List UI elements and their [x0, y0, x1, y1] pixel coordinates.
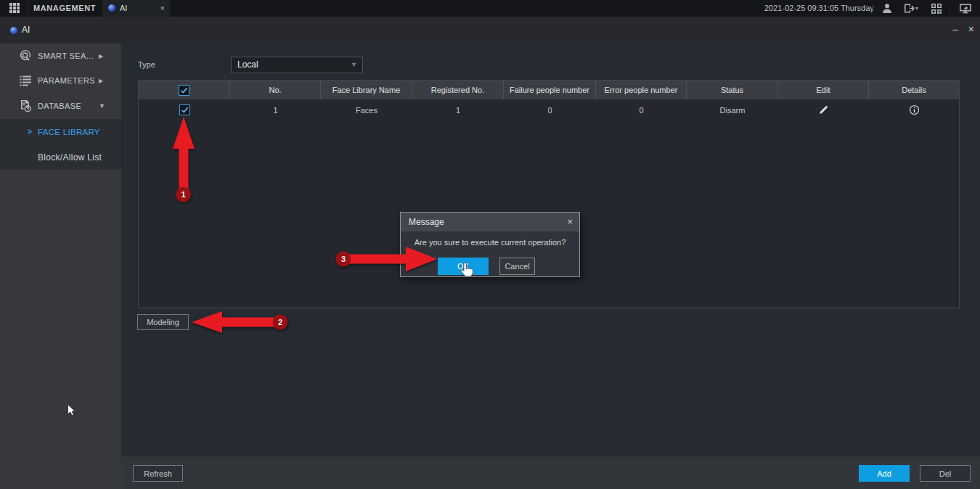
active-chevron-icon: >	[28, 119, 32, 144]
type-dropdown-value: Local	[237, 57, 258, 73]
select-all-checkbox[interactable]	[179, 85, 189, 96]
qr-code-icon[interactable]	[930, 2, 943, 15]
checkmark-icon	[179, 86, 189, 95]
annotation-arrow-2: 2	[192, 311, 288, 333]
system-clock: 2021-02-25 09:31:05 Thursday	[764, 0, 874, 17]
annotation-badge-2: 2	[278, 318, 282, 326]
dialog-message: Are you sure to execute current operatio…	[401, 238, 579, 247]
sidebar-item-smart-search[interactable]: SMART SEA... ▶	[0, 44, 121, 68]
cell-failure: 0	[504, 99, 596, 120]
separator	[873, 3, 873, 14]
app-window: MANAGEMENT AI × 2021-02-25 09:31:05 Thur…	[0, 0, 980, 489]
add-button[interactable]: Add	[859, 465, 910, 482]
del-button[interactable]: Del	[920, 465, 971, 482]
window-title: AI	[22, 17, 30, 44]
cancel-button[interactable]: Cancel	[499, 258, 535, 275]
sidebar-item-label: DATABASE	[38, 94, 81, 118]
minimize-button[interactable]: –	[952, 17, 958, 41]
checkmark-icon	[180, 105, 189, 115]
modeling-button[interactable]: Modeling	[137, 314, 189, 330]
apps-grid-icon[interactable]	[9, 3, 21, 14]
chevron-down-icon: ▼	[351, 57, 357, 73]
table-header-row: No. Face Library Name Registered No. Fai…	[139, 81, 959, 99]
tab-ai[interactable]: AI ×	[101, 0, 171, 17]
display-output-icon[interactable]	[958, 2, 973, 15]
type-label: Type	[138, 57, 155, 73]
sidebar-item-label: SMART SEA...	[38, 44, 94, 68]
row-checkbox[interactable]	[179, 104, 190, 115]
sidebar-item-block-allow-list[interactable]: Block/Allow List	[0, 144, 121, 170]
edit-pencil-icon[interactable]	[818, 104, 829, 115]
sidebar-subitem-label: Block/Allow List	[38, 144, 102, 170]
user-icon[interactable]	[881, 2, 894, 15]
column-header: No.	[230, 81, 321, 99]
column-header: Error people number	[596, 81, 687, 99]
column-header: Face Library Name	[321, 81, 412, 99]
table-row[interactable]: 1 Faces 1 0 0 Disarm	[139, 99, 959, 120]
separator	[28, 0, 28, 17]
separator	[950, 3, 950, 14]
select-all-header-cell	[139, 81, 230, 99]
sidebar: SMART SEA... ▶ PARAMETERS ▶	[0, 44, 121, 489]
ok-button[interactable]: OK	[438, 258, 489, 275]
sidebar-item-parameters[interactable]: PARAMETERS ▶	[0, 68, 121, 93]
collapse-arrow-icon: ▼	[99, 94, 105, 118]
window-title-bar: AI – ×	[0, 17, 980, 44]
logout-dropdown-caret-icon[interactable]: ▾	[915, 0, 918, 17]
tab-close-icon[interactable]: ×	[160, 0, 165, 17]
column-header: Details	[869, 81, 959, 99]
column-header: Registered No.	[412, 81, 504, 99]
refresh-button[interactable]: Refresh	[133, 465, 183, 482]
cell-name: Faces	[321, 99, 412, 120]
sidebar-item-database[interactable]: DATABASE ▼	[0, 94, 121, 118]
type-dropdown[interactable]: Local ▼	[231, 57, 363, 73]
dialog-title-bar: Message ×	[401, 213, 579, 231]
column-header: Failure people number	[504, 81, 596, 99]
sidebar-submenu: > FACE LIBRARY Block/Allow List	[0, 119, 121, 170]
column-header: Edit	[778, 81, 869, 99]
dialog-close-icon[interactable]: ×	[567, 213, 573, 231]
dialog-title: Message	[409, 213, 444, 231]
tab-ai-label: AI	[120, 0, 127, 17]
expand-arrow-icon: ▶	[99, 68, 103, 93]
sidebar-item-face-library[interactable]: > FACE LIBRARY	[0, 119, 121, 144]
cell-status: Disarm	[687, 99, 778, 120]
database-icon	[19, 99, 33, 113]
parameters-list-icon	[19, 74, 33, 88]
globe-icon	[108, 4, 115, 12]
smart-search-icon	[19, 49, 33, 63]
expand-arrow-icon: ▶	[99, 44, 103, 68]
tab-management[interactable]: MANAGEMENT	[33, 0, 96, 17]
cell-no: 1	[230, 99, 321, 120]
footer-bar: Refresh Add Del	[121, 456, 980, 489]
close-button[interactable]: ×	[968, 17, 974, 41]
message-dialog: Message × Are you sure to execute curren…	[400, 212, 580, 277]
sidebar-subitem-label: FACE LIBRARY	[38, 119, 100, 144]
sidebar-item-label: PARAMETERS	[38, 68, 95, 93]
column-header: Status	[687, 81, 778, 99]
cell-registered: 1	[412, 99, 504, 120]
cell-error: 0	[596, 99, 687, 120]
globe-icon	[10, 27, 17, 34]
system-top-bar: MANAGEMENT AI × 2021-02-25 09:31:05 Thur…	[0, 0, 980, 17]
logout-icon[interactable]	[902, 2, 915, 15]
details-info-icon[interactable]	[909, 104, 920, 115]
